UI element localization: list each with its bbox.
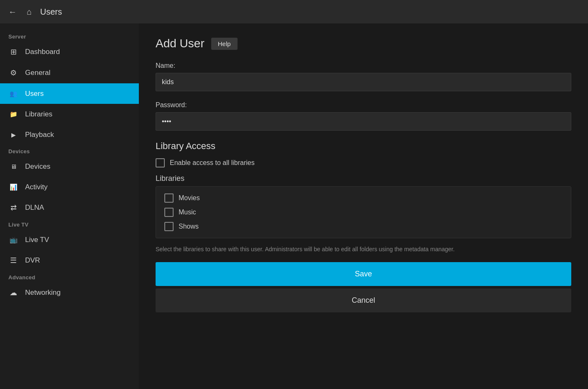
topbar: Users: [0, 0, 588, 23]
library-access-title: Library Access: [156, 141, 571, 152]
sidebar-item-label: DLNA: [25, 204, 44, 212]
server-section-label: Server: [0, 30, 139, 41]
sidebar-item-libraries[interactable]: Libraries: [0, 104, 139, 124]
main-content: Add User Help Name: Password: Library Ac…: [139, 23, 588, 389]
libraries-section-title: Libraries: [156, 174, 571, 183]
play-icon: [8, 130, 18, 139]
enable-access-checkbox[interactable]: [156, 158, 165, 167]
sidebar-item-label: Live TV: [25, 236, 49, 244]
back-button[interactable]: [7, 7, 18, 17]
name-input[interactable]: [156, 73, 571, 91]
sidebar-item-dlna[interactable]: DLNA: [0, 197, 139, 218]
password-input[interactable]: [156, 112, 571, 131]
sidebar-item-users[interactable]: Users: [0, 83, 139, 104]
folder-icon: [8, 110, 18, 119]
page-title: Add User: [156, 37, 205, 50]
sidebar: Server Dashboard General Users Libraries…: [0, 23, 139, 389]
sidebar-item-label: Devices: [25, 162, 50, 171]
shows-label[interactable]: Shows: [179, 223, 199, 230]
helper-text: Select the libraries to share with this …: [156, 245, 571, 254]
sidebar-item-label: DVR: [25, 256, 40, 265]
music-checkbox[interactable]: [164, 208, 174, 217]
tv-icon: [8, 235, 18, 244]
sidebar-item-dvr[interactable]: DVR: [0, 250, 139, 271]
sidebar-item-label: Users: [25, 90, 43, 98]
shows-checkbox[interactable]: [164, 222, 174, 231]
password-label: Password:: [156, 101, 571, 109]
enable-access-row: Enable access to all libraries: [156, 158, 571, 167]
chart-icon: [8, 183, 18, 191]
cancel-button[interactable]: Cancel: [156, 289, 571, 312]
dlna-icon: [8, 203, 18, 212]
sidebar-item-livetv[interactable]: Live TV: [0, 229, 139, 250]
cloud-icon: [8, 288, 18, 297]
sidebar-item-general[interactable]: General: [0, 62, 139, 83]
help-button[interactable]: Help: [211, 38, 238, 50]
users-icon: [8, 89, 18, 98]
music-label[interactable]: Music: [179, 209, 196, 216]
library-item-movies: Movies: [164, 193, 562, 203]
library-item-music: Music: [164, 208, 562, 217]
page-header: Add User Help: [156, 37, 571, 50]
save-button[interactable]: Save: [156, 262, 571, 286]
grid-icon: [8, 47, 18, 57]
advanced-section-label: Advanced: [0, 271, 139, 282]
libraries-box: Movies Music Shows: [156, 186, 571, 238]
devices-section-label: Devices: [0, 145, 139, 156]
movies-label[interactable]: Movies: [179, 194, 200, 202]
sidebar-item-label: Playback: [25, 131, 54, 139]
library-item-shows: Shows: [164, 222, 562, 231]
sidebar-item-dashboard[interactable]: Dashboard: [0, 41, 139, 62]
enable-access-label[interactable]: Enable access to all libraries: [170, 159, 255, 167]
gear-icon: [8, 68, 18, 77]
sidebar-item-activity[interactable]: Activity: [0, 177, 139, 197]
dvr-icon: [8, 256, 18, 265]
topbar-title: Users: [40, 7, 62, 17]
name-label: Name:: [156, 62, 571, 70]
main-layout: Server Dashboard General Users Libraries…: [0, 23, 588, 389]
livetv-section-label: Live TV: [0, 218, 139, 229]
sidebar-item-label: Libraries: [25, 110, 52, 119]
movies-checkbox[interactable]: [164, 193, 174, 203]
sidebar-item-devices[interactable]: Devices: [0, 156, 139, 177]
device-icon: [8, 162, 18, 171]
sidebar-item-label: Dashboard: [25, 48, 60, 56]
sidebar-item-label: General: [25, 69, 50, 77]
home-button[interactable]: [23, 7, 35, 17]
sidebar-item-networking[interactable]: Networking: [0, 282, 139, 303]
sidebar-item-label: Activity: [25, 183, 48, 191]
sidebar-item-label: Networking: [25, 289, 61, 297]
sidebar-item-playback[interactable]: Playback: [0, 124, 139, 145]
